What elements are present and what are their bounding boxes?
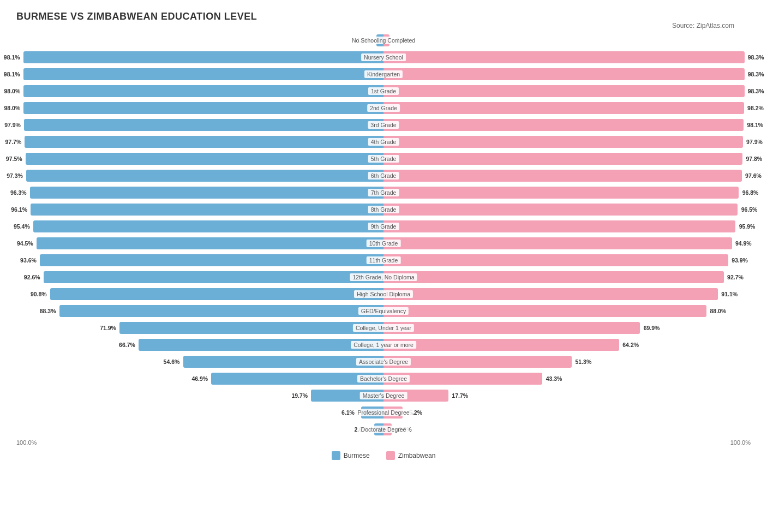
bar-row: 97.3%97.6%6th Grade <box>16 169 751 183</box>
bar-burmese: 54.6% <box>183 356 384 368</box>
bar-label-zimbabwean: 1.7% <box>397 37 410 44</box>
bar-label-zimbabwean: 51.3% <box>575 358 591 365</box>
bar-burmese: 97.9% <box>24 119 384 131</box>
bar-label-burmese: 97.5% <box>6 156 22 162</box>
source-label: Source: ZipAtlas.com <box>672 22 734 29</box>
bar-label-burmese: 98.0% <box>4 88 20 94</box>
bar-zimbabwean: 5.2% <box>384 407 403 419</box>
bar-burmese: 90.8% <box>50 288 384 300</box>
bar-label-zimbabwean: 94.9% <box>735 240 752 247</box>
bar-zimbabwean: 93.9% <box>384 254 728 266</box>
bar-row: 95.4%95.9%9th Grade <box>16 219 751 234</box>
bar-row: 1.9%1.7%No Schooling Completed <box>16 33 751 47</box>
bar-burmese: 97.7% <box>25 136 384 148</box>
bottom-labels: 100.0% 100.0% <box>16 439 751 446</box>
bar-row: 94.5%94.9%10th Grade <box>16 236 751 250</box>
bar-zimbabwean: 96.5% <box>384 204 738 216</box>
legend-label-burmese: Burmese <box>344 452 370 459</box>
bar-label-zimbabwean: 97.9% <box>746 139 763 145</box>
bar-zimbabwean: 97.9% <box>384 136 743 148</box>
bar-zimbabwean: 64.2% <box>384 339 619 351</box>
bar-burmese: 46.9% <box>211 373 384 385</box>
bar-burmese: 6.1% <box>361 407 384 419</box>
bar-label-burmese: 93.6% <box>20 257 37 264</box>
bar-label-burmese: 97.7% <box>5 139 21 145</box>
bar-label-zimbabwean: 97.8% <box>746 156 762 162</box>
legend: Burmese Zimbabwean <box>16 451 751 460</box>
bar-label-zimbabwean: 69.9% <box>644 325 660 331</box>
bar-label-zimbabwean: 96.5% <box>741 206 758 213</box>
bar-burmese: 19.7% <box>311 390 384 402</box>
bar-label-zimbabwean: 43.3% <box>546 375 562 382</box>
bar-zimbabwean: 97.8% <box>384 153 742 165</box>
bar-label-zimbabwean: 96.8% <box>742 189 759 196</box>
bar-row: 92.6%92.7%12th Grade, No Diploma <box>16 270 751 284</box>
bar-label-burmese: 96.3% <box>10 189 27 196</box>
bar-row: 93.6%93.9%11th Grade <box>16 253 751 267</box>
rows-wrapper: 1.9%1.7%No Schooling Completed98.1%98.3%… <box>16 33 751 437</box>
bottom-label-left: 100.0% <box>16 439 37 446</box>
bar-burmese: 97.5% <box>26 153 384 165</box>
bar-row: 98.0%98.3%1st Grade <box>16 84 751 98</box>
bar-burmese: 1.9% <box>376 34 384 46</box>
bar-label-zimbabwean: 98.1% <box>747 122 763 128</box>
bar-zimbabwean: 17.7% <box>384 390 448 402</box>
bar-label-burmese: 71.9% <box>100 325 116 331</box>
bar-label-burmese: 95.4% <box>14 223 30 230</box>
bar-label-zimbabwean: 93.9% <box>732 257 748 264</box>
bar-label-zimbabwean: 17.7% <box>452 392 468 399</box>
bar-label-burmese: 96.1% <box>11 206 27 213</box>
bar-zimbabwean: 43.3% <box>384 373 542 385</box>
bar-row: 96.1%96.5%8th Grade <box>16 202 751 217</box>
bar-zimbabwean: 88.0% <box>384 305 706 317</box>
bar-zimbabwean: 95.9% <box>384 220 735 232</box>
bar-zimbabwean: 92.7% <box>384 271 724 283</box>
bar-row: 66.7%64.2%College, 1 year or more <box>16 338 751 352</box>
bar-label-zimbabwean: 91.1% <box>721 291 738 297</box>
bar-row: 88.3%88.0%GED/Equivalency <box>16 304 751 318</box>
bar-label-zimbabwean: 97.6% <box>745 172 762 179</box>
bar-row: 98.1%98.3%Nursery School <box>16 50 751 64</box>
bar-label-zimbabwean: 92.7% <box>727 274 744 280</box>
bar-zimbabwean: 96.8% <box>384 187 739 199</box>
bar-label-zimbabwean: 2.3% <box>399 426 412 433</box>
bar-burmese: 98.0% <box>23 102 384 114</box>
bar-zimbabwean: 91.1% <box>384 288 718 300</box>
bar-burmese: 98.0% <box>23 85 384 97</box>
bar-zimbabwean: 69.9% <box>384 322 640 334</box>
bar-zimbabwean: 98.3% <box>384 68 745 80</box>
bar-row: 90.8%91.1%High School Diploma <box>16 287 751 301</box>
bar-burmese: 2.6% <box>374 423 384 435</box>
bar-burmese: 98.1% <box>23 51 384 63</box>
bar-row: 6.1%5.2%Professional Degree <box>16 405 751 420</box>
bar-row: 97.7%97.9%4th Grade <box>16 135 751 149</box>
bar-row: 98.1%98.3%Kindergarten <box>16 67 751 81</box>
bottom-label-right: 100.0% <box>730 439 751 446</box>
bar-label-burmese: 6.1% <box>341 409 355 416</box>
bar-burmese: 66.7% <box>139 339 384 351</box>
bar-zimbabwean: 98.2% <box>384 102 744 114</box>
bar-row: 97.5%97.8%5th Grade <box>16 152 751 166</box>
bar-label-zimbabwean: 5.2% <box>409 409 422 416</box>
bar-row: 19.7%17.7%Master's Degree <box>16 388 751 403</box>
bar-zimbabwean: 98.3% <box>384 51 745 63</box>
bar-label-burmese: 92.6% <box>24 274 40 280</box>
legend-item-zimbabwean: Zimbabwean <box>386 451 436 460</box>
bar-row: 54.6%51.3%Associate's Degree <box>16 355 751 369</box>
bar-label-zimbabwean: 98.2% <box>747 105 764 111</box>
bar-label-burmese: 94.5% <box>17 240 33 247</box>
bar-burmese: 98.1% <box>23 68 384 80</box>
bar-burmese: 94.5% <box>37 237 384 249</box>
bar-label-zimbabwean: 88.0% <box>710 308 726 314</box>
bar-row: 96.3%96.8%7th Grade <box>16 186 751 200</box>
bar-zimbabwean: 2.3% <box>384 423 392 435</box>
bar-burmese: 93.6% <box>40 254 384 266</box>
chart-container: 1.9%1.7%No Schooling Completed98.1%98.3%… <box>16 33 751 460</box>
legend-item-burmese: Burmese <box>332 451 370 460</box>
bar-label-burmese: 98.1% <box>4 54 20 61</box>
bar-label-burmese: 19.7% <box>291 392 308 399</box>
bar-label-zimbabwean: 98.3% <box>748 71 764 77</box>
bar-label-zimbabwean: 98.3% <box>748 88 764 94</box>
bar-label-zimbabwean: 95.9% <box>739 223 756 230</box>
bar-burmese: 96.1% <box>31 204 384 216</box>
